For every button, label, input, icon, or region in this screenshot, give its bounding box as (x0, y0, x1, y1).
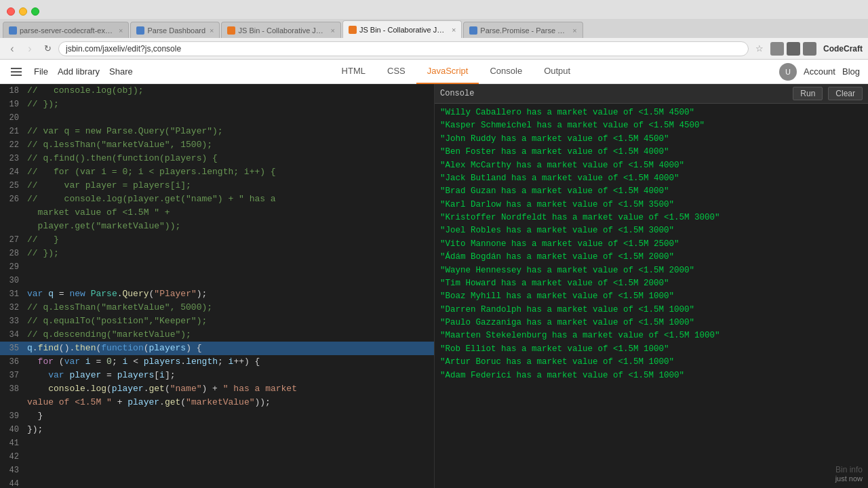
traffic-light-green[interactable] (31, 7, 39, 16)
console-line-10: "Joel Robles has a market value of <1.5M… (440, 224, 863, 237)
tab-btn-html[interactable]: HTML (331, 60, 376, 84)
line-number: 30 (0, 274, 24, 287)
clear-button[interactable]: Clear (828, 87, 863, 100)
line-content: var player = players[i]; (24, 369, 434, 382)
run-button[interactable]: Run (793, 87, 823, 100)
code-line: 34 // q.descending("marketValue"); (0, 328, 434, 342)
line-content: // console.log(player.get("name") + " ha… (24, 192, 434, 206)
console-line-20: "Artur Boruc has a market value of <1.5M… (440, 356, 863, 369)
add-library-btn[interactable]: Add library (58, 66, 100, 77)
tab-label-1: parse-server-codecraft-exa... (20, 26, 115, 35)
code-line-cont: player.get("marketValue")); (0, 220, 434, 233)
line-number: 32 (0, 301, 24, 314)
code-line-cont: market value of <1.5M " + (0, 206, 434, 220)
line-number: 31 (0, 287, 24, 301)
console-line-16: "Darren Randolph has a market value of <… (440, 304, 863, 317)
line-number: 21 (0, 125, 24, 138)
bookmark-icon[interactable]: ☆ (753, 42, 766, 56)
line-content: // q.lessThan("marketValue", 5000); (24, 301, 434, 314)
tab-4[interactable]: JS Bin - Collaborative JavaS... × (342, 20, 462, 38)
tab-close-2[interactable]: × (210, 26, 214, 35)
line-number (0, 206, 24, 220)
account-link[interactable]: Account (804, 66, 835, 77)
share-btn[interactable]: Share (109, 66, 133, 77)
line-number: 39 (0, 409, 24, 423)
ext-icon-3[interactable] (803, 42, 816, 56)
line-number: 36 (0, 355, 24, 369)
nav-refresh[interactable]: ↻ (41, 42, 54, 56)
console-line-14: "Tim Howard has a market value of <1.5M … (440, 277, 863, 290)
title-bar (0, 0, 868, 19)
line-number: 23 (0, 152, 24, 165)
tab-btn-console[interactable]: Console (479, 60, 533, 84)
tabs-bar: parse-server-codecraft-exa... × Parse Da… (0, 19, 868, 38)
tab-close-3[interactable]: × (330, 26, 334, 35)
tab-1[interactable]: parse-server-codecraft-exa... × (3, 22, 129, 38)
line-number: 29 (0, 260, 24, 274)
address-bar: ‹ › ↻ ☆ CodeCraft (0, 38, 868, 60)
code-line: 33 // q.equalTo("position","Keeper"); (0, 314, 434, 328)
console-line-21: "Adam Federici has a market value of <1.… (440, 369, 863, 382)
console-line-17: "Paulo Gazzaniga has a market value of <… (440, 317, 863, 329)
nav-back[interactable]: ‹ (5, 42, 19, 56)
tab-favicon-5 (469, 26, 477, 35)
code-line: 44 (0, 477, 434, 488)
file-menu[interactable]: File (34, 66, 48, 77)
traffic-light-red[interactable] (7, 7, 15, 16)
tab-close-4[interactable]: × (452, 26, 456, 34)
console-line-1: "Willy Caballero has a market value of <… (440, 106, 863, 119)
hamburger-menu[interactable] (8, 65, 24, 79)
tab-close-5[interactable]: × (572, 26, 576, 35)
line-content: for (var i = 0; i < players.length; i++)… (24, 355, 434, 369)
line-content: var q = new Parse.Query("Player"); (24, 287, 434, 301)
line-content (24, 274, 434, 287)
blog-link[interactable]: Blog (842, 66, 860, 77)
tab-btn-js[interactable]: JavaScript (416, 60, 479, 84)
console-output[interactable]: "Willy Caballero has a market value of <… (435, 104, 868, 488)
console-line-19: "Rob Elliot has a market value of <1.5M … (440, 343, 863, 356)
browser-chrome: parse-server-codecraft-exa... × Parse Da… (0, 0, 868, 60)
ext-icon-2[interactable] (787, 42, 800, 56)
console-line-7: "Brad Guzan has a market value of <1.5M … (440, 185, 863, 198)
line-content: }); (24, 423, 434, 436)
code-line: 27 // } (0, 233, 434, 247)
line-number: 24 (0, 165, 24, 179)
line-number: 34 (0, 328, 24, 342)
line-content (24, 436, 434, 450)
line-content (24, 111, 434, 125)
console-line-2: "Kasper Schmeichel has a market value of… (440, 119, 863, 132)
console-line-11: "Vito Mannone has a market value of <1.5… (440, 238, 863, 251)
line-number: 18 (0, 84, 24, 98)
toolbar-center: HTML CSS JavaScript Console Output (331, 60, 582, 84)
line-number: 27 (0, 233, 24, 247)
url-input[interactable] (58, 41, 749, 56)
line-number: 19 (0, 98, 24, 111)
console-header: Console Run Clear (435, 84, 868, 104)
console-line-3: "John Ruddy has a market value of <1.5M … (440, 133, 863, 146)
tab-favicon-1 (9, 26, 17, 35)
nav-forward[interactable]: › (23, 42, 37, 56)
console-line-6: "Jack Butland has a market value of <1.5… (440, 172, 863, 185)
console-line-15: "Boaz Myhill has a market value of <1.5M… (440, 290, 863, 303)
tab-close-1[interactable]: × (119, 26, 123, 35)
line-number: 22 (0, 138, 24, 152)
code-line: 19 // }); (0, 98, 434, 111)
traffic-light-yellow[interactable] (19, 7, 27, 16)
code-line: 40 }); (0, 423, 434, 436)
bin-info-panel[interactable]: Bin info just now (835, 465, 863, 483)
line-number: 37 (0, 369, 24, 382)
tab-btn-output[interactable]: Output (533, 60, 581, 84)
tab-3[interactable]: JS Bin - Collaborative JavaS... × (221, 22, 340, 38)
tab-btn-css[interactable]: CSS (376, 60, 416, 84)
code-line: 26 // console.log(player.get("name") + "… (0, 192, 434, 206)
tab-label-2: Parse Dashboard (147, 26, 205, 35)
line-number: 20 (0, 111, 24, 125)
tab-2[interactable]: Parse Dashboard × (130, 22, 220, 38)
code-line: 20 (0, 111, 434, 125)
line-number: 41 (0, 436, 24, 450)
ext-icon-1[interactable] (770, 42, 784, 56)
console-line-4: "Ben Foster has a market value of <1.5M … (440, 146, 863, 159)
tab-5[interactable]: Parse.Promise - Parse JavaS... × (463, 22, 583, 38)
code-editor[interactable]: 18 // console.log(obj); 19 // }); 20 21 … (0, 84, 434, 488)
line-content (24, 450, 434, 464)
